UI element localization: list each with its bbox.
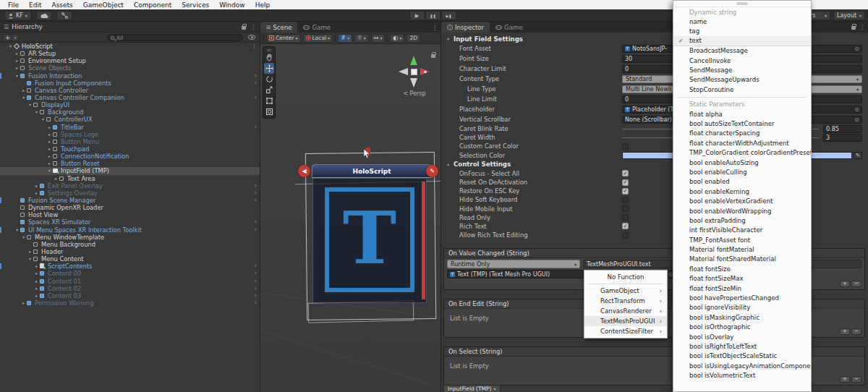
hierarchy-row[interactable]: Menu Background: [0, 241, 260, 248]
menu-item[interactable]: ✓text: [673, 36, 811, 46]
foldout-arrow-icon[interactable]: ▸: [14, 50, 20, 57]
scene-viewport[interactable]: HoloScript ◀ ✎ T x < Persp: [260, 44, 441, 392]
hierarchy-row[interactable]: ▸Content 01›: [0, 278, 260, 285]
object-titlebar[interactable]: HoloScript: [312, 164, 432, 178]
checkbox[interactable]: [622, 143, 629, 150]
prefab-open-chevron[interactable]: ›: [255, 278, 257, 285]
kebab-menu-icon[interactable]: ⋮: [859, 24, 865, 30]
hierarchy-row[interactable]: ▸Exit Panel Overlay›: [0, 182, 260, 189]
hierarchy-row[interactable]: Spaces XR Simulator›: [0, 218, 260, 226]
menu-item[interactable]: bool ignoreVisibility: [673, 303, 811, 312]
prefab-open-chevron[interactable]: ›: [255, 197, 257, 204]
prefab-open-chevron[interactable]: ›: [255, 270, 257, 277]
context-menu-item[interactable]: No Function: [584, 272, 667, 282]
object-picker-icon[interactable]: ⊙: [668, 271, 673, 278]
hierarchy-row[interactable]: ▸Permission Warning›: [0, 299, 260, 307]
remove-event-button[interactable]: −: [851, 281, 861, 287]
hierarchy-row[interactable]: Fusion Input Components›: [0, 80, 260, 87]
hierarchy-row[interactable]: Host View: [0, 211, 260, 218]
hierarchy-search-input[interactable]: All: [107, 34, 243, 41]
menu-item[interactable]: CancelInvoke: [673, 56, 811, 65]
checkbox[interactable]: ✓: [622, 188, 629, 195]
hierarchy-row[interactable]: ▾Background: [0, 108, 260, 116]
slider-value-field[interactable]: 3: [823, 134, 862, 142]
hierarchy-row[interactable]: ▸TitleBar›: [0, 124, 260, 131]
menu-item[interactable]: SendMessageUpwards: [673, 75, 811, 85]
menu-component[interactable]: Component: [129, 1, 176, 9]
hand-tool[interactable]: [264, 52, 274, 63]
hierarchy-row[interactable]: ▾Menu Content: [0, 255, 260, 263]
tab-scene[interactable]: ☰ Scene: [260, 22, 297, 33]
hierarchy-row[interactable]: ▸Spaces Logo: [0, 131, 260, 138]
menu-item[interactable]: bool isTextObjectScaleStatic: [673, 351, 811, 361]
hierarchy-row[interactable]: ▸Settings Overlay›: [0, 189, 260, 197]
mode-2d-toggle[interactable]: 2D: [407, 34, 420, 43]
menu-item[interactable]: bool isMaskingGraphic: [673, 312, 811, 322]
foldout-arrow-icon[interactable]: ▸: [53, 175, 59, 182]
inspector-bottom-tab[interactable]: InputField (TMP) ▾: [443, 385, 501, 392]
foldout-arrow-icon[interactable]: ▸: [46, 153, 53, 160]
menu-item[interactable]: bool enableAutoSizing: [673, 158, 811, 167]
snap-settings-dropdown[interactable]: ↔▾: [371, 34, 386, 43]
hierarchy-row[interactable]: ▾Canvas Controller Companion›: [0, 94, 260, 101]
prefab-open-chevron[interactable]: ›: [255, 299, 257, 307]
kebab-menu-icon[interactable]: ⋮: [432, 25, 438, 31]
move-tool[interactable]: [264, 63, 274, 74]
menu-item[interactable]: Material fontMaterial: [673, 244, 811, 254]
prefab-open-chevron[interactable]: ›: [255, 263, 257, 270]
rect-tool[interactable]: [264, 95, 274, 106]
kebab-menu-icon[interactable]: ⋮: [250, 24, 256, 30]
step-button[interactable]: ▶❚: [441, 11, 456, 20]
tab-game[interactable]: Game: [297, 22, 336, 33]
menu-item[interactable]: bool enableWordWrapping: [673, 206, 811, 216]
context-menu-item[interactable]: CanvasRenderer›: [584, 306, 667, 316]
grid-snap-toggle[interactable]: #▾: [338, 34, 352, 43]
hierarchy-row[interactable]: Fusion Scene Manager›: [0, 197, 260, 204]
menu-help[interactable]: Help: [250, 1, 276, 9]
checkbox[interactable]: [622, 197, 629, 203]
increment-snap-toggle[interactable]: #▾: [354, 34, 369, 43]
menu-services[interactable]: Services: [176, 1, 214, 9]
menu-item[interactable]: Material fontSharedMaterial: [673, 255, 811, 264]
hierarchy-row[interactable]: ▸Scene Objects: [0, 64, 260, 72]
hierarchy-row[interactable]: ▸Environment Setup: [0, 57, 260, 64]
perspective-label[interactable]: < Persp: [398, 90, 431, 97]
foldout-arrow-icon[interactable]: ▾: [20, 94, 27, 101]
menu-item[interactable]: bool extraPadding: [673, 216, 811, 225]
remove-event-button[interactable]: −: [851, 328, 861, 335]
hierarchy-row[interactable]: ▾InputField (TMP): [0, 167, 260, 174]
menu-item[interactable]: float characterWidthAdjustment: [673, 138, 811, 148]
transform-tool[interactable]: [264, 106, 274, 117]
menu-item[interactable]: float characterSpacing: [673, 129, 811, 138]
checkbox[interactable]: [622, 205, 629, 212]
menu-assets[interactable]: Assets: [47, 1, 78, 9]
menu-item[interactable]: float alpha: [673, 109, 811, 119]
foldout-arrow-icon[interactable]: ▸: [46, 138, 53, 145]
hierarchy-row[interactable]: ▸Content 03›: [0, 292, 260, 299]
scene-visibility-icon[interactable]: [248, 35, 255, 40]
foldout-arrow-icon[interactable]: ▸: [33, 189, 40, 197]
prefab-open-chevron[interactable]: ›: [255, 72, 257, 80]
hierarchy-row[interactable]: ▸ConnectionNotification: [0, 153, 260, 160]
prefab-open-chevron[interactable]: ›: [255, 292, 257, 299]
kebab-menu-icon[interactable]: ⋮: [252, 43, 258, 50]
menu-edit[interactable]: Edit: [24, 1, 46, 9]
context-menu-item[interactable]: RectTransform›: [584, 296, 667, 306]
menu-item[interactable]: float fontSizeMax: [673, 274, 811, 284]
menu-item[interactable]: tag: [673, 27, 811, 36]
menu-item[interactable]: BroadcastMessage: [673, 46, 811, 56]
hierarchy-row[interactable]: ▾Fusion Interaction›: [0, 72, 260, 80]
tab-game-inspector[interactable]: Game: [490, 22, 529, 33]
menu-item[interactable]: bool enableCulling: [673, 167, 811, 176]
hierarchy-row[interactable]: ▸Button Menu: [0, 138, 260, 145]
menu-item[interactable]: bool havePropertiesChanged: [673, 293, 811, 302]
hierarchy-row[interactable]: ▸Canvas Controller: [0, 87, 260, 94]
foldout-arrow-icon[interactable]: ▾: [14, 72, 20, 80]
gizmo-z-axis[interactable]: [399, 68, 408, 75]
foldout-arrow-icon[interactable]: ▸: [46, 145, 53, 153]
pivot-mode-dropdown[interactable]: Center▾: [266, 34, 301, 43]
shading-mode-dropdown[interactable]: ◐▾: [390, 34, 404, 43]
layout-dropdown[interactable]: Layout ▾: [833, 11, 865, 20]
context-menu-item[interactable]: TextMeshProUGUI›: [584, 316, 667, 326]
menu-window[interactable]: Window: [214, 1, 250, 9]
